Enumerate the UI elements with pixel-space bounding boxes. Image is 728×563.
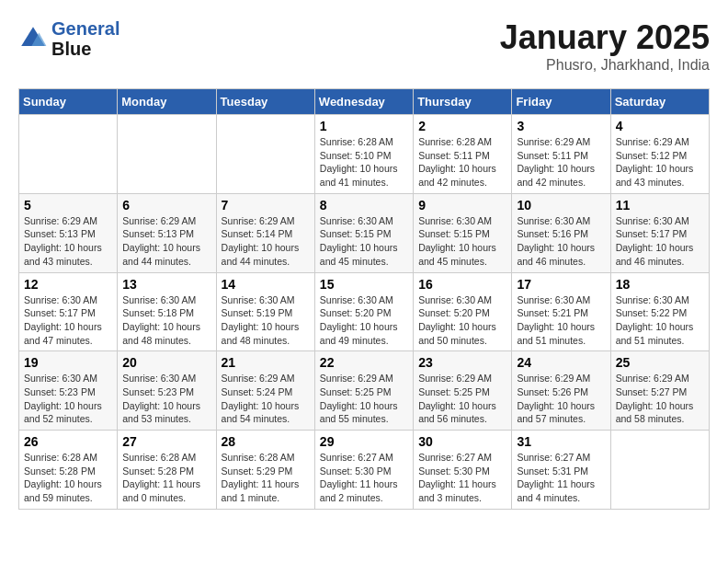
calendar-table: SundayMondayTuesdayWednesdayThursdayFrid… bbox=[18, 88, 710, 510]
calendar-cell: 4Sunrise: 6:29 AM Sunset: 5:12 PM Daylig… bbox=[610, 115, 709, 194]
calendar-cell: 8Sunrise: 6:30 AM Sunset: 5:15 PM Daylig… bbox=[314, 193, 413, 272]
location-subtitle: Phusro, Jharkhand, India bbox=[500, 57, 710, 74]
day-number: 20 bbox=[122, 355, 210, 370]
day-info: Sunrise: 6:30 AM Sunset: 5:20 PM Dayligh… bbox=[320, 293, 408, 348]
day-number: 10 bbox=[517, 198, 605, 213]
calendar-cell: 11Sunrise: 6:30 AM Sunset: 5:17 PM Dayli… bbox=[610, 193, 709, 272]
weekday-friday: Friday bbox=[512, 89, 610, 115]
calendar-cell: 13Sunrise: 6:30 AM Sunset: 5:18 PM Dayli… bbox=[118, 272, 216, 351]
day-info: Sunrise: 6:30 AM Sunset: 5:20 PM Dayligh… bbox=[418, 293, 506, 348]
day-number: 11 bbox=[616, 198, 704, 213]
title-block: January 2025 Phusro, Jharkhand, India bbox=[500, 18, 710, 74]
weekday-header-row: SundayMondayTuesdayWednesdayThursdayFrid… bbox=[19, 89, 710, 115]
day-number: 7 bbox=[222, 198, 310, 213]
calendar-week-3: 12Sunrise: 6:30 AM Sunset: 5:17 PM Dayli… bbox=[19, 272, 710, 351]
day-number: 12 bbox=[24, 277, 112, 292]
day-info: Sunrise: 6:29 AM Sunset: 5:25 PM Dayligh… bbox=[320, 372, 408, 426]
weekday-sunday: Sunday bbox=[19, 89, 118, 115]
day-info: Sunrise: 6:30 AM Sunset: 5:17 PM Dayligh… bbox=[24, 293, 112, 348]
calendar-cell: 27Sunrise: 6:28 AM Sunset: 5:28 PM Dayli… bbox=[118, 431, 216, 510]
day-number: 13 bbox=[122, 277, 210, 292]
calendar-cell: 2Sunrise: 6:28 AM Sunset: 5:11 PM Daylig… bbox=[414, 115, 512, 194]
calendar-cell: 18Sunrise: 6:30 AM Sunset: 5:22 PM Dayli… bbox=[610, 272, 709, 351]
calendar-cell: 14Sunrise: 6:30 AM Sunset: 5:19 PM Dayli… bbox=[216, 272, 314, 351]
day-info: Sunrise: 6:29 AM Sunset: 5:27 PM Dayligh… bbox=[616, 372, 704, 426]
day-number: 16 bbox=[418, 277, 506, 292]
calendar-cell: 19Sunrise: 6:30 AM Sunset: 5:23 PM Dayli… bbox=[19, 351, 118, 431]
day-info: Sunrise: 6:30 AM Sunset: 5:16 PM Dayligh… bbox=[517, 214, 605, 269]
calendar-cell: 15Sunrise: 6:30 AM Sunset: 5:20 PM Dayli… bbox=[314, 272, 413, 351]
day-info: Sunrise: 6:30 AM Sunset: 5:17 PM Dayligh… bbox=[616, 214, 704, 269]
day-info: Sunrise: 6:28 AM Sunset: 5:28 PM Dayligh… bbox=[24, 451, 112, 505]
day-info: Sunrise: 6:30 AM Sunset: 5:23 PM Dayligh… bbox=[122, 372, 210, 426]
calendar-cell: 31Sunrise: 6:27 AM Sunset: 5:31 PM Dayli… bbox=[512, 431, 610, 510]
day-number: 31 bbox=[517, 434, 605, 449]
calendar-cell: 25Sunrise: 6:29 AM Sunset: 5:27 PM Dayli… bbox=[610, 351, 709, 431]
calendar-cell: 22Sunrise: 6:29 AM Sunset: 5:25 PM Dayli… bbox=[314, 351, 413, 431]
day-number: 29 bbox=[320, 434, 408, 449]
day-number: 30 bbox=[418, 434, 506, 449]
calendar-cell: 16Sunrise: 6:30 AM Sunset: 5:20 PM Dayli… bbox=[414, 272, 512, 351]
day-info: Sunrise: 6:29 AM Sunset: 5:25 PM Dayligh… bbox=[418, 372, 506, 426]
calendar-week-2: 5Sunrise: 6:29 AM Sunset: 5:13 PM Daylig… bbox=[19, 193, 710, 272]
calendar-cell: 9Sunrise: 6:30 AM Sunset: 5:15 PM Daylig… bbox=[414, 193, 512, 272]
calendar-cell bbox=[610, 431, 709, 510]
weekday-wednesday: Wednesday bbox=[314, 89, 413, 115]
calendar-cell: 24Sunrise: 6:29 AM Sunset: 5:26 PM Dayli… bbox=[512, 351, 610, 431]
calendar-cell: 10Sunrise: 6:30 AM Sunset: 5:16 PM Dayli… bbox=[512, 193, 610, 272]
day-number: 3 bbox=[517, 119, 605, 133]
calendar-cell: 17Sunrise: 6:30 AM Sunset: 5:21 PM Dayli… bbox=[512, 272, 610, 351]
day-number: 6 bbox=[122, 198, 210, 213]
calendar-cell: 28Sunrise: 6:28 AM Sunset: 5:29 PM Dayli… bbox=[216, 431, 314, 510]
day-number: 9 bbox=[418, 198, 506, 213]
calendar-cell bbox=[216, 115, 314, 194]
day-info: Sunrise: 6:30 AM Sunset: 5:23 PM Dayligh… bbox=[24, 372, 112, 426]
calendar-cell: 26Sunrise: 6:28 AM Sunset: 5:28 PM Dayli… bbox=[19, 431, 118, 510]
day-info: Sunrise: 6:29 AM Sunset: 5:13 PM Dayligh… bbox=[24, 214, 112, 269]
day-info: Sunrise: 6:30 AM Sunset: 5:15 PM Dayligh… bbox=[418, 214, 506, 269]
page-header: General Blue January 2025 Phusro, Jharkh… bbox=[18, 18, 710, 74]
day-number: 25 bbox=[616, 355, 704, 370]
logo-blue: Blue bbox=[51, 39, 91, 59]
day-info: Sunrise: 6:29 AM Sunset: 5:12 PM Dayligh… bbox=[616, 135, 704, 190]
day-info: Sunrise: 6:30 AM Sunset: 5:19 PM Dayligh… bbox=[222, 293, 310, 348]
calendar-body: 1Sunrise: 6:28 AM Sunset: 5:10 PM Daylig… bbox=[19, 115, 710, 510]
calendar-cell: 6Sunrise: 6:29 AM Sunset: 5:13 PM Daylig… bbox=[118, 193, 216, 272]
day-info: Sunrise: 6:29 AM Sunset: 5:14 PM Dayligh… bbox=[222, 214, 310, 269]
day-number: 4 bbox=[616, 119, 704, 133]
day-number: 26 bbox=[24, 434, 112, 449]
day-info: Sunrise: 6:29 AM Sunset: 5:11 PM Dayligh… bbox=[517, 135, 605, 190]
calendar-cell: 7Sunrise: 6:29 AM Sunset: 5:14 PM Daylig… bbox=[216, 193, 314, 272]
day-number: 23 bbox=[418, 355, 506, 370]
calendar-cell: 5Sunrise: 6:29 AM Sunset: 5:13 PM Daylig… bbox=[19, 193, 118, 272]
day-info: Sunrise: 6:28 AM Sunset: 5:10 PM Dayligh… bbox=[320, 135, 408, 190]
logo-icon bbox=[18, 24, 48, 53]
calendar-cell bbox=[19, 115, 118, 194]
calendar-cell: 23Sunrise: 6:29 AM Sunset: 5:25 PM Dayli… bbox=[414, 351, 512, 431]
day-number: 2 bbox=[418, 119, 506, 133]
day-info: Sunrise: 6:28 AM Sunset: 5:29 PM Dayligh… bbox=[222, 451, 310, 505]
calendar-cell: 21Sunrise: 6:29 AM Sunset: 5:24 PM Dayli… bbox=[216, 351, 314, 431]
weekday-saturday: Saturday bbox=[610, 89, 709, 115]
day-number: 14 bbox=[222, 277, 310, 292]
day-number: 27 bbox=[122, 434, 210, 449]
day-info: Sunrise: 6:27 AM Sunset: 5:31 PM Dayligh… bbox=[517, 451, 605, 505]
day-number: 1 bbox=[320, 119, 408, 133]
logo-general: General bbox=[51, 18, 119, 39]
day-info: Sunrise: 6:28 AM Sunset: 5:11 PM Dayligh… bbox=[418, 135, 506, 190]
calendar-cell bbox=[118, 115, 216, 194]
day-info: Sunrise: 6:29 AM Sunset: 5:24 PM Dayligh… bbox=[222, 372, 310, 426]
calendar-cell: 20Sunrise: 6:30 AM Sunset: 5:23 PM Dayli… bbox=[118, 351, 216, 431]
day-info: Sunrise: 6:29 AM Sunset: 5:13 PM Dayligh… bbox=[122, 214, 210, 269]
day-number: 22 bbox=[320, 355, 408, 370]
weekday-monday: Monday bbox=[118, 89, 216, 115]
month-title: January 2025 bbox=[500, 18, 710, 57]
day-number: 8 bbox=[320, 198, 408, 213]
day-info: Sunrise: 6:30 AM Sunset: 5:22 PM Dayligh… bbox=[616, 293, 704, 348]
day-info: Sunrise: 6:27 AM Sunset: 5:30 PM Dayligh… bbox=[418, 451, 506, 505]
day-number: 19 bbox=[24, 355, 112, 370]
calendar-cell: 29Sunrise: 6:27 AM Sunset: 5:30 PM Dayli… bbox=[314, 431, 413, 510]
day-info: Sunrise: 6:30 AM Sunset: 5:18 PM Dayligh… bbox=[122, 293, 210, 348]
weekday-thursday: Thursday bbox=[414, 89, 512, 115]
calendar-week-5: 26Sunrise: 6:28 AM Sunset: 5:28 PM Dayli… bbox=[19, 431, 710, 510]
